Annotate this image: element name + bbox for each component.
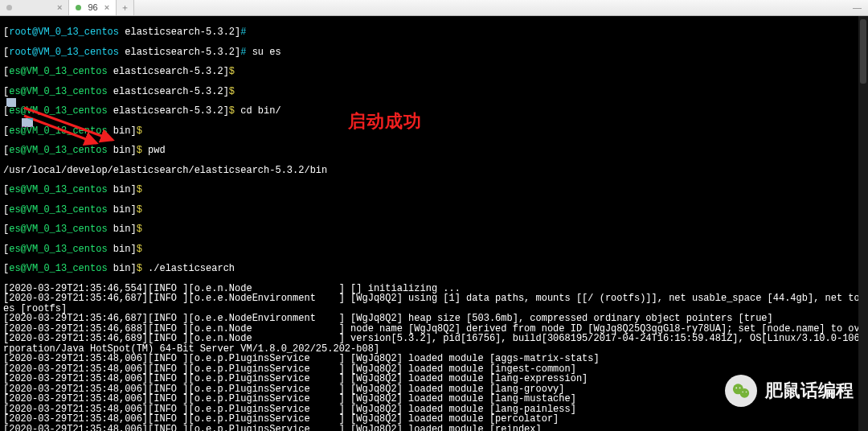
tab-inactive[interactable]: × <box>0 0 69 15</box>
scrollbar-thumb[interactable] <box>860 19 866 84</box>
wechat-icon <box>725 375 757 407</box>
new-tab-button[interactable]: ＋ <box>117 0 134 15</box>
log-line: [2020-03-29T21:35:48,006][INFO ][o.e.p.P… <box>3 425 865 432</box>
log-line: [2020-03-29T21:35:46,687][INFO ][o.e.e.N… <box>3 293 865 304</box>
log-line: [2020-03-29T21:35:48,006][INFO ][o.e.p.P… <box>3 414 865 425</box>
tab-active[interactable]: 96 × <box>69 0 117 15</box>
window-buttons: — <box>853 0 868 15</box>
close-icon[interactable]: × <box>104 3 109 12</box>
svg-point-6 <box>742 392 743 393</box>
scrollbar[interactable] <box>858 16 868 431</box>
tab-label: 96 <box>88 3 97 12</box>
close-icon[interactable]: × <box>57 3 62 12</box>
terminal[interactable]: [root@VM_0_13_centos elasticsearch-5.3.2… <box>0 16 868 431</box>
minimize-icon[interactable]: — <box>853 3 862 12</box>
text-selection <box>6 98 16 107</box>
status-dot-icon <box>6 5 12 10</box>
watermark-text: 肥鼠话编程 <box>765 382 854 400</box>
svg-point-7 <box>746 392 747 393</box>
log-line: [2020-03-29T21:35:46,689][INFO ][o.e.n.N… <box>3 334 865 344</box>
watermark: 肥鼠话编程 <box>725 375 854 407</box>
svg-point-4 <box>735 387 737 388</box>
text-selection <box>22 118 33 127</box>
annotation-label: 启动成功 <box>348 113 422 130</box>
status-dot-icon <box>76 5 81 10</box>
svg-point-3 <box>740 388 750 398</box>
log-line: [2020-03-29T21:35:48,006][INFO ][o.e.p.P… <box>3 354 865 364</box>
svg-point-5 <box>739 387 741 388</box>
log-line: [2020-03-29T21:35:46,687][INFO ][o.e.e.N… <box>3 314 865 324</box>
tab-bar: × 96 × ＋ — <box>0 0 868 16</box>
